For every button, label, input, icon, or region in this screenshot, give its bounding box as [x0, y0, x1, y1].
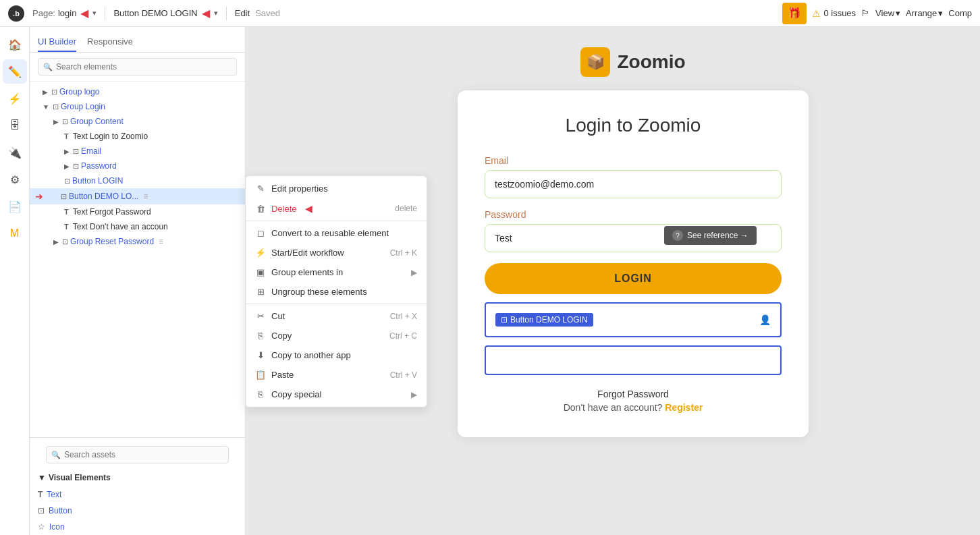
sidebar-plugin-icon[interactable]: 🔌	[3, 140, 27, 165]
register-link[interactable]: Register	[665, 402, 703, 413]
ctx-group-elements[interactable]: ▣ Group elements in ▶	[246, 262, 427, 282]
sidebar-logs-icon[interactable]: 📄	[3, 194, 27, 219]
forgot-password-text[interactable]: Forgot Password	[485, 389, 782, 399]
sidebar-workflow-icon[interactable]: ⚡	[3, 86, 27, 111]
page-name: login	[58, 8, 76, 18]
context-menu: ✎ Edit properties 🗑 Delete ◀ delete ◻ Co…	[245, 175, 427, 407]
sidebar-data-icon[interactable]: 🗄	[3, 113, 27, 138]
tree-item-text-login[interactable]: T Text Login to Zoomio	[30, 129, 245, 144]
gift-button[interactable]: 🎁	[782, 3, 807, 24]
login-title: Login to Zoomio	[485, 115, 782, 136]
tree-item-group-reset[interactable]: ▶ ⊡ Group Reset Password ≡	[30, 234, 245, 249]
user-icon: 👤	[759, 314, 771, 325]
ve-item-button[interactable]: ⊡ Button	[30, 503, 245, 519]
tree-label-button-demo-login: Button DEMO LO...	[69, 192, 138, 201]
copy-special-icon: ⎘	[255, 389, 266, 399]
collapse-icon[interactable]: ▼	[38, 473, 46, 482]
tree-label-button-login: Button LOGIN	[72, 176, 123, 186]
ctx-ungroup[interactable]: ⊞ Ungroup these elements	[246, 282, 427, 302]
assets-search-area	[38, 443, 237, 466]
sidebar-settings-icon[interactable]: ⚙	[3, 167, 27, 192]
see-reference-label: See reference →	[687, 231, 748, 240]
page-label: Page:	[32, 8, 55, 18]
icon-sidebar: 🏠 ✏️ ⚡ 🗄 🔌 ⚙ 📄 M	[0, 27, 30, 535]
ctx-copy-special[interactable]: ⎘ Copy special ▶	[246, 385, 427, 404]
tree-item-button-login[interactable]: ⊡ Button LOGIN	[30, 173, 245, 188]
toggle-icon[interactable]: ▶	[53, 118, 59, 125]
group-elements-icon: ▣	[255, 267, 266, 277]
saved-label: Saved	[255, 8, 280, 18]
tab-ui-builder[interactable]: UI Builder	[38, 32, 76, 52]
page-dropdown-icon[interactable]: ▾	[92, 9, 97, 18]
ve-label-button: Button	[49, 506, 72, 515]
view-button[interactable]: View ▾	[875, 8, 900, 18]
toggle-icon[interactable]: ▼	[43, 103, 49, 111]
ve-item-icon[interactable]: ☆ Icon	[30, 519, 245, 535]
tree-item-password[interactable]: ▶ ⊡ Password	[30, 159, 245, 173]
email-input[interactable]	[485, 170, 782, 198]
ctx-cut[interactable]: ✂ Cut Ctrl + X	[246, 306, 427, 326]
group-icon: ⊡	[62, 237, 68, 246]
empty-input[interactable]	[485, 345, 782, 375]
tree-item-email[interactable]: ▶ ⊡ Email	[30, 144, 245, 159]
ctx-convert-reusable[interactable]: ◻ Convert to a reusable element	[246, 223, 427, 243]
edit-label[interactable]: Edit	[235, 8, 250, 18]
sidebar-ui-icon[interactable]: ✏️	[3, 59, 27, 84]
group-icon: ⊡	[73, 162, 79, 171]
sidebar-home-icon[interactable]: 🏠	[3, 32, 27, 57]
ctx-copy[interactable]: ⎘ Copy Ctrl + C	[246, 326, 427, 345]
reusable-icon: ◻	[255, 228, 266, 238]
tree-item-group-content[interactable]: ▶ ⊡ Group Content	[30, 114, 245, 129]
warning-icon: ⚠	[812, 8, 821, 19]
ve-label-text: Text	[47, 490, 61, 499]
main-layout: 🏠 ✏️ ⚡ 🗄 🔌 ⚙ 📄 M UI Builder Responsive ▶…	[0, 27, 980, 535]
topbar-right: 🎁 ⚠ 0 issues 🏳 View ▾ Arrange ▾ Comp	[782, 3, 972, 24]
toggle-icon[interactable]: ▶	[43, 88, 48, 96]
login-button[interactable]: LOGIN	[485, 263, 782, 294]
tree-item-button-demo-login[interactable]: ➜ ⊡ Button DEMO LO... ≡	[30, 188, 245, 204]
app-logo[interactable]: .b	[8, 5, 24, 22]
paste-icon: 📋	[255, 370, 266, 380]
button-dropdown-icon[interactable]: ▾	[214, 9, 218, 18]
sidebar-user-icon[interactable]: M	[3, 221, 27, 246]
topbar: .b Page: login ◀ ▾ Button DEMO LOGIN ◀ ▾…	[0, 0, 980, 27]
flag-button[interactable]: 🏳	[861, 8, 870, 18]
ve-item-text[interactable]: T Text	[30, 486, 245, 503]
page-arrow-icon: ◀	[80, 7, 88, 20]
ctx-delete[interactable]: 🗑 Delete ◀ delete	[246, 198, 427, 219]
button-icon: ⊡	[64, 177, 70, 186]
email-label: Email	[485, 155, 782, 166]
tree-item-text-forgot[interactable]: T Text Forgot Password	[30, 204, 245, 219]
more-options-icon[interactable]: ≡	[143, 192, 148, 201]
icon-type-icon: ☆	[38, 522, 45, 532]
group-icon: ⊡	[53, 103, 59, 111]
demo-login-button[interactable]: ⊡ Button DEMO LOGIN 👤	[485, 302, 782, 337]
ungroup-icon: ⊞	[255, 287, 266, 297]
button-type-icon: ⊡	[38, 506, 45, 515]
toggle-icon[interactable]: ▶	[53, 238, 59, 246]
button-selector[interactable]: Button DEMO LOGIN ◀ ▾	[113, 7, 217, 20]
tree-item-text-dont[interactable]: T Text Don't have an accoun	[30, 219, 245, 234]
see-reference-tooltip[interactable]: ? See reference →	[664, 226, 757, 245]
ctx-paste[interactable]: 📋 Paste Ctrl + V	[246, 365, 427, 385]
toggle-icon[interactable]: ▶	[64, 148, 70, 155]
ctx-copy-another-app[interactable]: ⬇ Copy to another app	[246, 345, 427, 365]
more-options-icon[interactable]: ≡	[159, 237, 163, 246]
ctx-workflow[interactable]: ⚡ Start/Edit workflow Ctrl + K	[246, 243, 427, 262]
tree-item-group-login[interactable]: ▼ ⊡ Group Login	[30, 99, 245, 114]
toggle-icon[interactable]: ▶	[64, 163, 70, 170]
ctx-edit-properties[interactable]: ✎ Edit properties	[246, 179, 427, 198]
page-selector[interactable]: Page: login ◀ ▾	[32, 7, 97, 20]
tree-item-group-logo[interactable]: ▶ ⊡ Group logo	[30, 84, 245, 99]
element-search-input[interactable]	[38, 58, 237, 76]
comp-button[interactable]: Comp	[948, 8, 972, 18]
copy-icon: ⎘	[255, 331, 266, 341]
ve-label-icon: Icon	[49, 522, 65, 532]
text-icon: T	[64, 223, 69, 231]
assets-search-input[interactable]	[46, 446, 229, 463]
arrange-button[interactable]: Arrange ▾	[906, 8, 943, 18]
issues-button[interactable]: ⚠ 0 issues	[812, 8, 856, 19]
no-account-text: Don't have an account? Register	[485, 402, 782, 413]
tab-responsive[interactable]: Responsive	[87, 32, 133, 52]
submenu-arrow-icon: ▶	[411, 268, 417, 277]
